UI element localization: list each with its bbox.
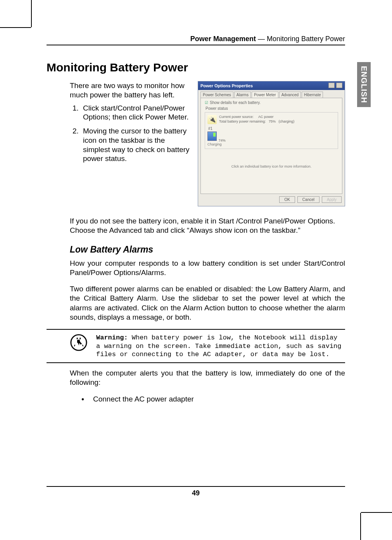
ok-button: OK: [279, 196, 295, 203]
warning-body: When battery power is low, the Notebook …: [96, 334, 342, 358]
warning-icon: [70, 334, 89, 353]
close-icon: [336, 83, 342, 88]
tab-power-meter: Power Meter: [252, 92, 278, 98]
crop-mark: [31, 0, 32, 27]
warning-text: Warning: When battery power is low, the …: [96, 334, 345, 358]
remaining-label: Total battery power remaining:: [219, 119, 266, 123]
running-header: Power Management — Monitoring Battery Po…: [47, 35, 345, 45]
action-bullets: Connect the AC power adapter: [47, 395, 345, 403]
warning-block: Warning: When battery power is low, the …: [47, 329, 345, 363]
show-details-checkbox: Show details for each battery.: [205, 100, 338, 105]
apply-button: Apply: [322, 196, 342, 203]
battery-number: #1: [208, 126, 335, 131]
tab-power-schemes: Power Schemes: [200, 92, 233, 98]
intro-text: There are two ways to monitor how much p…: [47, 81, 190, 168]
help-icon: [328, 83, 335, 88]
power-status-group-label: Power status: [205, 106, 338, 111]
section-heading-low-battery: Low Battery Alarms: [47, 244, 345, 255]
alarms-paragraph-2: Two different power alarms can be enable…: [47, 284, 345, 322]
tab-advanced: Advanced: [279, 92, 301, 98]
remaining-value: 75%: [269, 119, 276, 123]
battery-icon: [207, 132, 217, 141]
warning-label: Warning:: [96, 334, 128, 341]
window-buttons: [328, 83, 342, 89]
bullet-connect-adapter: Connect the AC power adapter: [93, 395, 345, 403]
current-source-value: AC power: [258, 115, 274, 119]
plug-icon: 🔌: [207, 115, 217, 124]
dialog-hint: Click an individual battery icon for mor…: [205, 164, 338, 168]
page-footer: 49: [47, 486, 345, 497]
page-content: Power Management — Monitoring Battery Po…: [47, 35, 345, 411]
page-number: 49: [192, 489, 200, 497]
current-source-label: Current power source:: [219, 115, 254, 119]
dialog-tabs: Power Schemes Alarms Power Meter Advance…: [198, 90, 345, 98]
remaining-state: (charging): [279, 119, 295, 123]
crop-mark: [0, 27, 31, 28]
power-status-box: 🔌 Current power source: AC power Total b…: [205, 112, 338, 149]
alarms-paragraph-1: How your computer responds to a low batt…: [47, 259, 345, 278]
running-header-sub: — Monitoring Battery Power: [256, 35, 345, 43]
tab-hibernate: Hibernate: [302, 92, 323, 98]
language-side-tab: ENGLISH: [357, 62, 371, 107]
battery-state: Charging: [207, 142, 335, 146]
dialog-title-text: Power Options Properties: [200, 83, 253, 88]
battery-percent: 74%: [219, 138, 226, 142]
dialog-titlebar: Power Options Properties: [198, 81, 345, 90]
crop-mark: [361, 512, 392, 513]
power-options-dialog-screenshot: Power Options Properties Power Schemes A…: [198, 81, 345, 206]
battery-cell: #1 74% Charging: [207, 126, 335, 146]
crop-mark: [360, 513, 361, 540]
tab-alarms: Alarms: [234, 92, 251, 98]
enable-icon-paragraph: If you do not see the battery icon, enab…: [47, 216, 345, 235]
after-warning-paragraph: When the computer alerts you that the ba…: [47, 369, 345, 388]
step-1: Click start/Control Panel/Power Options;…: [81, 104, 190, 122]
step-2: Moving the cursor to the battery icon on…: [81, 126, 190, 163]
running-header-section: Power Management: [190, 35, 256, 43]
cancel-button: Cancel: [297, 196, 319, 203]
intro-paragraph: There are two ways to monitor how much p…: [70, 81, 190, 100]
page-title: Monitoring Battery Power: [47, 61, 345, 74]
dialog-body: Show details for each battery. Power sta…: [200, 98, 342, 194]
dialog-buttons: OK Cancel Apply: [198, 196, 345, 206]
